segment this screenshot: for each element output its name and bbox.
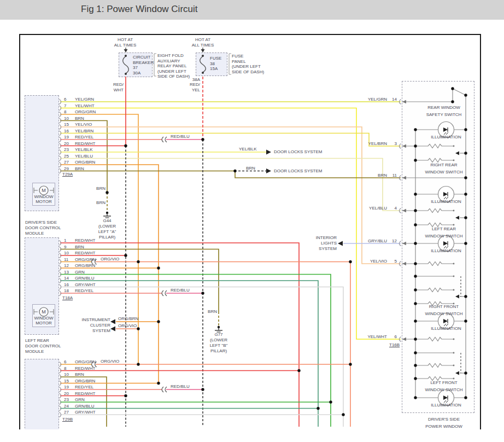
junction-dot [464,295,467,298]
pin-wire-label: BRN [75,245,84,250]
fuse-terminal [202,72,204,74]
pin-number: 6 [389,334,397,340]
pin-number: 27 [64,160,72,165]
ground-location: LEFT "B" [201,343,236,348]
junction-dot [414,351,417,354]
down-arrow-icon [201,49,205,53]
pin-wire-label: GRN [75,397,85,403]
hot-at-all-times-label: HOT AT [187,37,219,43]
system-ref-label: SYSTEM [306,246,337,252]
junction-dot [414,144,417,147]
pin-wire-label: BRN [75,166,84,172]
figure-title: Fig 1: Power Window Circuit [81,4,198,15]
pin-wire-label: YEL/WHT [361,334,387,340]
module-caption: LEFT REAR [25,338,49,344]
wire-color-label: YEL [185,88,200,93]
connector-label: T18A [62,295,73,301]
junction-dot [137,327,139,330]
circuit-breaker-icon [123,56,129,73]
pin-wire-label: RED/WHT [75,391,95,397]
pin-wire-label: GRY/WHT [75,282,96,288]
illumination-label: ILLUMINATION [421,248,471,254]
pin-wire-label: YEL/BLU [75,154,93,159]
wire-end-dot [453,276,455,277]
pin-number: 25 [64,154,72,159]
pin-wire-label: ORG/BRN [75,263,95,269]
junction-dot [414,377,417,380]
junction-dot [124,254,127,257]
pin-wire-label: RED/YEL [75,385,93,390]
switch-label: LEFT REAR [411,226,477,232]
hot-at-all-times-label: ALL TIMES [187,43,219,48]
junction-dot [464,242,467,245]
system-ref-label: LIGHTS [306,241,337,246]
junction-dot [201,138,204,141]
wire [60,275,331,427]
wire-color-label: YEL/BLK [239,147,256,152]
motor-m-label: M [39,188,48,193]
junction-dot [464,176,467,179]
pin-wire-label: GRN/BLU [75,276,95,281]
wire-color-label: BRN [204,309,217,315]
junction-dot [137,260,139,263]
wire-end-dot [453,352,455,354]
wire-color-label: RED/ [185,82,200,88]
connector-arrow-icon [402,144,406,148]
pin-number: 9 [64,245,72,250]
pin-wire-label: ORG/BRN [75,160,95,165]
junction-dot [414,128,417,131]
resistor-icon [402,262,454,266]
pin-number: 1 [64,238,72,243]
breaker-terminal [125,73,127,75]
splice-label: ORG/VIO [101,359,119,364]
system-arrow-icon [110,319,115,324]
module-caption: DOOR CONTROL [25,344,61,349]
junction-dot [414,242,417,245]
pin-number: 16 [64,282,72,288]
pin-number: 12 [389,239,397,244]
junction-dot [106,191,108,194]
wire [60,243,299,427]
illumination-label: ILLUMINATION [421,326,471,332]
connector-arrow-icon [402,176,406,179]
pin-wire-label: RED/YEL [75,288,93,294]
junction-dot [414,193,417,195]
splice-icon [162,387,167,392]
panel-caption: POWER WINDOW [411,424,477,429]
pin-wire-label: YEL/BLU [361,206,387,211]
wire-end-dot [453,224,455,226]
pin-wire-label: ORG/GRN [75,257,96,263]
junction-dot [201,292,204,294]
fuse-label: 38 [210,61,215,67]
splice-label: RED/BLU [171,134,190,139]
bracket [229,54,231,74]
panel-caption: DRIVER'S SIDE [411,417,477,422]
system-ref-label: DOOR LOCKS SYSTEM [274,168,322,174]
pin-number: 12 [64,263,72,269]
junction-dot [414,209,417,212]
fuse-icon [200,56,206,72]
splice-label: RED/BLU [171,384,190,389]
pin-wire-label: ORG/GRN [75,109,96,115]
junction-dot [157,382,160,385]
system-ref-label: CLUSTER [68,323,110,328]
junction-dot [464,396,467,399]
resistor-icon [402,338,454,341]
junction-dot [124,144,127,147]
pin-wire-label: YEL/VIO [361,259,387,264]
system-ref-label: INSTRUMENT [68,317,110,323]
ground-location: (LOWER [91,224,124,229]
module-caption: DRIVER'S SIDE [25,220,57,225]
pin-wire-label: YEL/GRN [75,97,94,102]
junction-dot [414,288,417,291]
system-arrow-icon [110,327,115,332]
wire-color-label: RED/ [109,82,124,88]
connector-arrow-icon [402,338,406,341]
circuit-breaker-label: 30A [133,71,140,76]
splice-label: RED/BLU [171,288,190,293]
splice-icon [162,137,167,142]
relay-panel-label: AUXILIARY [157,59,180,64]
wire-color-label: BRN [92,200,106,206]
figure-header: Fig 1: Power Window Circuit [0,0,504,20]
illumination-label: ILLUMINATION [421,403,471,408]
